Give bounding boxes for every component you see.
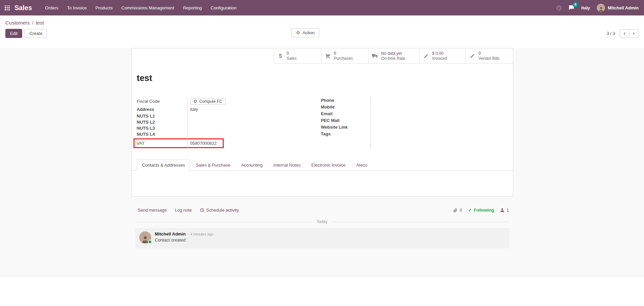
menu-commissions-management[interactable]: Commissions Management <box>117 0 179 15</box>
tab-contacts-addresses[interactable]: Contacts & Addresses <box>137 160 191 171</box>
pencil-icon <box>423 53 429 58</box>
main-menu: Orders To Invoice Products Commissions M… <box>41 0 241 15</box>
field-label-email: Email <box>321 111 370 116</box>
log-note-button[interactable]: Log note <box>175 208 192 213</box>
field-label-address: Address <box>137 107 187 112</box>
stat-button-purchases[interactable]: 0 Purchases <box>321 48 368 64</box>
group-separator-line <box>370 97 371 148</box>
compute-fc-button[interactable]: ⚙ Compute FC <box>190 98 226 105</box>
stat-value: 0 <box>479 51 500 56</box>
field-label-nuts-l4: NUTS L4 <box>137 132 187 137</box>
stat-button-invoiced[interactable]: $ 0.00 Invoiced <box>419 48 466 64</box>
message-timestamp: - 4 minutes ago <box>188 232 213 236</box>
message-avatar <box>139 231 151 244</box>
field-label-vat: VAT <box>137 141 187 146</box>
pager: 3 / 3 ‹ › <box>607 29 639 38</box>
breadcrumb-current: test <box>36 20 44 26</box>
field-row-phone: Phone <box>321 97 507 103</box>
message-count-badge: 4 <box>573 2 578 7</box>
attachment-count: 0 <box>460 208 462 213</box>
truck-icon <box>372 53 378 58</box>
menu-orders[interactable]: Orders <box>41 0 63 15</box>
stat-label: Purchases <box>334 56 353 61</box>
menu-configuration[interactable]: Configuration <box>206 0 241 15</box>
field-label-mobile: Mobile <box>321 104 370 110</box>
date-separator: Today <box>135 219 509 224</box>
breadcrumb-customers[interactable]: Customers <box>5 20 30 26</box>
paperclip-icon <box>453 208 458 213</box>
field-label-nuts-l3: NUTS L3 <box>137 126 187 131</box>
messages-icon[interactable]: 4 <box>569 5 575 10</box>
field-row-nuts-l1: NUTS L1 <box>137 113 317 119</box>
field-row-address: Address Italy <box>137 106 317 113</box>
pager-next-button[interactable]: › <box>629 29 639 38</box>
stat-button-sales[interactable]: $ 0 Sales <box>274 48 321 64</box>
right-field-group: Phone Mobile Email PEC Mail Website Link… <box>321 97 507 148</box>
tab-content-empty <box>131 171 513 195</box>
field-label-pec-mail: PEC Mail <box>321 118 370 123</box>
edit-button[interactable]: Edit <box>5 29 22 38</box>
user-avatar <box>597 4 605 12</box>
record-title: test <box>137 73 507 83</box>
stat-label: On-time Rate <box>381 56 405 61</box>
menu-reporting[interactable]: Reporting <box>178 0 206 15</box>
message-author[interactable]: Mitchell Admin <box>155 231 186 236</box>
pager-previous-button[interactable]: ‹ <box>620 29 629 38</box>
chatter-topbar: Send message Log note Schedule activity … <box>135 208 509 213</box>
stat-label: Vendor Bills <box>479 56 500 61</box>
form-sheet: $ 0 Sales 0 Purchases <box>131 48 513 196</box>
attachments-button[interactable]: 0 <box>453 208 462 213</box>
field-row-pec-mail: PEC Mail <box>321 117 507 124</box>
country-menu[interactable]: Italy <box>581 5 590 10</box>
tab-electronic-invoice[interactable]: Electronic Invoice <box>306 160 351 171</box>
field-row-email: Email <box>321 110 507 117</box>
activities-clock-icon[interactable] <box>556 5 562 11</box>
apps-menu-icon[interactable] <box>5 5 10 10</box>
stat-value: 0 <box>334 51 353 56</box>
following-button[interactable]: ✓ Following <box>468 208 494 213</box>
field-label-nuts-l2: NUTS L2 <box>137 120 187 125</box>
tab-accounting[interactable]: Accounting <box>236 160 268 171</box>
stat-button-box: $ 0 Sales 0 Purchases <box>131 48 513 64</box>
field-row-nuts-l3: NUTS L3 <box>137 125 317 131</box>
tab-internal-notes[interactable]: Internal Notes <box>268 160 306 171</box>
create-button[interactable]: Create <box>24 29 47 38</box>
tab-sales-purchase[interactable]: Sales & Purchase <box>190 160 235 171</box>
schedule-activity-button[interactable]: Schedule activity <box>200 208 239 213</box>
pager-counter: 3 / 3 <box>607 31 615 36</box>
menu-to-invoice[interactable]: To Invoice <box>63 0 91 15</box>
gear-icon: ⚙ <box>194 99 198 103</box>
gear-icon: ⚙ <box>296 31 300 35</box>
stat-value: $ 0.00 <box>432 51 447 56</box>
user-name: Mitchell Admin <box>608 5 639 10</box>
stat-label: Sales <box>287 56 297 61</box>
field-label-nuts-l1: NUTS L1 <box>137 114 187 119</box>
field-label-website-link: Website Link <box>321 125 370 130</box>
chatter-message: Mitchell Admin - 4 minutes ago Contact c… <box>135 228 509 248</box>
action-button[interactable]: ⚙ Action <box>291 28 319 37</box>
field-row-tags: Tags <box>321 130 507 137</box>
app-title[interactable]: Sales <box>14 4 32 12</box>
notebook-tabs: Contacts & Addresses Sales & Purchase Ac… <box>131 160 513 171</box>
stat-button-vendor-bills[interactable]: 0 Vendor Bills <box>466 48 513 64</box>
breadcrumb-separator: / <box>32 20 34 26</box>
send-message-button[interactable]: Send message <box>138 208 167 213</box>
person-icon <box>500 208 504 212</box>
field-row-mobile: Mobile <box>321 103 507 110</box>
pencil-icon <box>469 53 476 58</box>
cart-icon <box>325 53 331 59</box>
chatter: Send message Log note Schedule activity … <box>131 196 513 248</box>
field-value-vat: 05807000822 <box>187 141 223 146</box>
menu-products[interactable]: Products <box>91 0 117 15</box>
followers-button[interactable]: 1 <box>500 208 509 213</box>
user-menu[interactable]: Mitchell Admin <box>597 4 639 12</box>
tab-ateco[interactable]: Ateco <box>351 160 373 171</box>
form-view: $ 0 Sales 0 Purchases <box>0 48 644 276</box>
field-row-website-link: Website Link <box>321 124 507 130</box>
field-row-nuts-l2: NUTS L2 <box>137 119 317 125</box>
stat-value: 0 <box>287 51 297 56</box>
group-separator-line <box>187 97 187 148</box>
stat-button-on-time-rate[interactable]: No data yet On-time Rate <box>368 48 419 64</box>
stat-value: No data yet <box>381 51 405 56</box>
field-label-tags: Tags <box>321 131 370 136</box>
